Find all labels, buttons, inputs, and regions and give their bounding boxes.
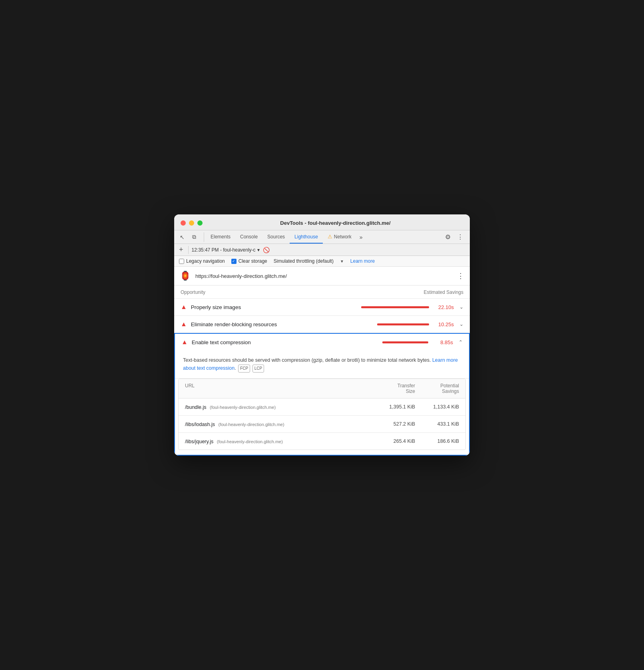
more-tabs-button[interactable]: » (356, 232, 366, 243)
devtools-tabs: ↖ ⧉ Elements Console Sources Lighthouse … (174, 230, 470, 244)
resource-transfer-size: 1,395.1 KiB (375, 404, 415, 410)
lcp-badge: LCP (252, 365, 264, 373)
devtools-window: DevTools - foul-heavenly-direction.glitc… (174, 214, 470, 456)
audit-bar-container (382, 341, 428, 343)
maximize-button[interactable] (197, 220, 203, 226)
chevron-down-icon: ⌄ (459, 304, 463, 310)
warning-icon: ⚠ (328, 234, 332, 240)
audit-time: 8.85s (432, 339, 453, 345)
expanded-description: Text-based resources should be served wi… (175, 351, 469, 379)
tab-icons: ↖ ⧉ (177, 232, 204, 242)
legacy-navigation-checkbox[interactable] (179, 259, 184, 264)
tab-lighthouse[interactable]: Lighthouse (290, 231, 323, 244)
audit-savings-bar (377, 323, 429, 325)
audit-row-properly-size-images[interactable]: ▲ Properly size images 22.10s ⌄ (174, 299, 470, 316)
audit-time: 10.25s (433, 321, 454, 327)
resource-url: /bundle.js (foul-heavenly-direction.glit… (185, 403, 375, 410)
col-header-url: URL (185, 383, 375, 394)
warning-triangle-icon: ▲ (181, 303, 187, 311)
resource-url: /libs/jquery.js (foul-heavenly-direction… (185, 438, 375, 445)
session-selector[interactable]: 12:35:47 PM - foul-heavenly-c ▾ (192, 247, 260, 253)
legacy-navigation-option[interactable]: Legacy navigation (179, 258, 225, 264)
opportunity-label: Opportunity (181, 289, 205, 295)
clear-storage-option[interactable]: ✓ Clear storage (231, 258, 267, 264)
session-label: 12:35:47 PM - foul-heavenly-c (192, 247, 256, 253)
throttling-label: Simulated throttling (default) (274, 258, 334, 264)
minimize-button[interactable] (189, 220, 194, 226)
resource-transfer-size: 527.2 KiB (375, 421, 415, 427)
options-row: Legacy navigation ✓ Clear storage Simula… (174, 256, 470, 267)
audit-savings-bar (361, 306, 429, 308)
traffic-lights (181, 220, 203, 226)
session-dropdown-arrow: ▾ (257, 247, 260, 253)
tab-network-label: Network (334, 234, 352, 240)
audit-bar-container (361, 306, 429, 308)
close-button[interactable] (181, 220, 186, 226)
expanded-section: Text-based resources should be served wi… (174, 351, 470, 456)
chevron-down-icon: ⌄ (459, 321, 463, 327)
table-row: /bundle.js (foul-heavenly-direction.glit… (179, 398, 465, 416)
learn-more-link[interactable]: Learn more (350, 258, 375, 264)
audit-title: Enable text compression (192, 339, 378, 345)
opportunity-header: Opportunity Estimated Savings (174, 285, 470, 299)
toolbar-divider (188, 246, 189, 254)
tab-elements[interactable]: Elements (206, 231, 235, 244)
url-display: https://foul-heavenly-direction.glitch.m… (195, 273, 452, 279)
fcp-badge: FCP (238, 365, 250, 373)
legacy-navigation-label: Legacy navigation (186, 258, 225, 264)
tab-sources[interactable]: Sources (262, 231, 290, 244)
resource-url: /libs/lodash.js (foul-heavenly-direction… (185, 420, 375, 428)
lighthouse-logo-icon: 🏮 (180, 271, 191, 281)
settings-button[interactable]: ⚙ (442, 232, 454, 242)
clear-storage-label: Clear storage (239, 258, 267, 264)
audit-row-eliminate-render-blocking[interactable]: ▲ Eliminate render-blocking resources 10… (174, 316, 470, 333)
no-entry-icon: 🚫 (263, 247, 270, 253)
title-bar: DevTools - foul-heavenly-direction.glitc… (174, 214, 470, 230)
table-row: /libs/jquery.js (foul-heavenly-direction… (179, 433, 465, 450)
description-text: Text-based resources should be served wi… (183, 357, 431, 363)
layers-icon[interactable]: ⧉ (189, 232, 199, 242)
audit-row-enable-text-compression[interactable]: ▲ Enable text compression 8.85s ⌃ (174, 333, 470, 351)
warning-triangle-icon: ▲ (181, 339, 188, 346)
resource-transfer-size: 265.4 KiB (375, 438, 415, 444)
cursor-icon[interactable]: ↖ (177, 232, 187, 242)
main-content: Opportunity Estimated Savings ▲ Properly… (174, 285, 470, 456)
url-more-options-button[interactable]: ⋮ (457, 272, 464, 280)
col-header-transfer-size: TransferSize (375, 383, 415, 394)
estimated-savings-label: Estimated Savings (424, 289, 463, 295)
resource-savings: 433.1 KiB (415, 421, 459, 427)
tab-console[interactable]: Console (235, 231, 262, 244)
audit-title: Eliminate render-blocking resources (191, 321, 373, 327)
more-options-button[interactable]: ⋮ (454, 232, 467, 242)
url-row: 🏮 https://foul-heavenly-direction.glitch… (174, 267, 470, 285)
warning-triangle-icon: ▲ (181, 321, 187, 328)
audit-bar-container (377, 323, 429, 325)
resource-savings: 186.6 KiB (415, 438, 459, 444)
tab-network[interactable]: ⚠ Network (323, 230, 356, 244)
audit-savings-bar (382, 341, 428, 343)
add-session-button[interactable]: + (177, 246, 185, 254)
throttling-dropdown-arrow[interactable]: ▼ (340, 259, 344, 264)
resources-table: URL TransferSize PotentialSavings /bundl… (178, 379, 466, 450)
audit-time: 22.10s (433, 304, 454, 310)
table-header: URL TransferSize PotentialSavings (179, 379, 465, 398)
chevron-up-icon: ⌃ (459, 339, 463, 345)
col-header-potential-savings: PotentialSavings (415, 383, 459, 394)
audit-title: Properly size images (191, 304, 357, 310)
table-row: /libs/lodash.js (foul-heavenly-direction… (179, 416, 465, 433)
resource-savings: 1,133.4 KiB (415, 404, 459, 410)
window-title: DevTools - foul-heavenly-direction.glitc… (207, 220, 463, 226)
toolbar-row: + 12:35:47 PM - foul-heavenly-c ▾ 🚫 (174, 244, 470, 256)
clear-storage-checkbox[interactable]: ✓ (231, 259, 237, 264)
